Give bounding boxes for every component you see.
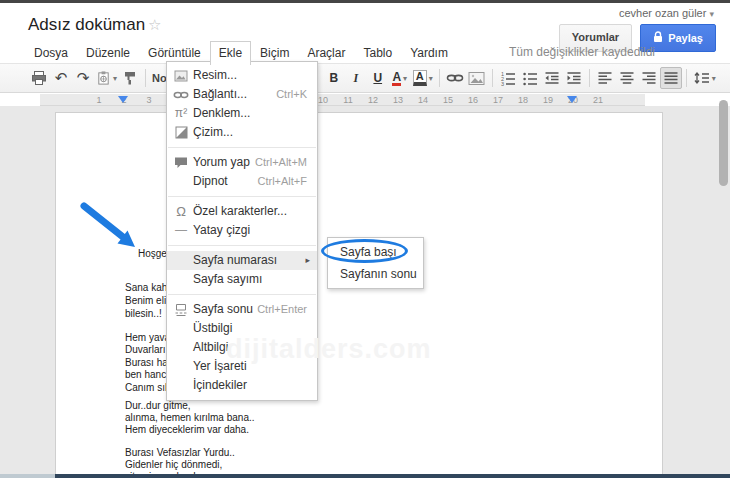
menu-düzenle[interactable]: Düzenle (77, 41, 139, 65)
toolbar-separator (145, 69, 146, 87)
link-icon (173, 85, 189, 104)
menu-item-label: Dipnot (193, 174, 228, 188)
menu-item-label: İçindekiler (193, 378, 247, 392)
menu-separator (168, 294, 316, 295)
submenu-item-sayfanın-sonu[interactable]: Sayfanın sonu (328, 263, 423, 285)
toolbar-separator (439, 69, 440, 87)
menu-bar: DosyaDüzenleGörüntüleEkleBiçimAraçlarTab… (25, 41, 655, 65)
insert-link-button[interactable] (444, 67, 466, 89)
document-page[interactable] (55, 112, 663, 474)
undo-button[interactable]: ↶ (50, 67, 72, 89)
menu-item-dipnot[interactable]: DipnotCtrl+Alt+F (167, 172, 317, 191)
numbered-list-button[interactable]: 123 (497, 67, 519, 89)
menu-item-özel-karakterler[interactable]: ΩÖzel karakterler... (167, 202, 317, 221)
toolbar-separator (589, 69, 590, 87)
menu-item-sayfa-sonu[interactable]: Sayfa sonuCtrl+Enter (167, 300, 317, 319)
horizontal-line-icon: — (173, 221, 189, 240)
menu-tablo[interactable]: Tablo (354, 41, 401, 65)
share-button-label: Paylaş (668, 32, 703, 44)
menu-item-label: Sayfa sayımı (193, 272, 262, 286)
menu-item-label: Özel karakterler... (193, 204, 287, 218)
image-icon (173, 66, 189, 85)
print-button[interactable] (28, 67, 50, 89)
ruler-mark: 12 (368, 95, 378, 105)
menu-item-çizim[interactable]: Çizim... (167, 123, 317, 142)
menu-separator (168, 245, 316, 246)
bulleted-list-button[interactable] (519, 67, 541, 89)
redo-button[interactable]: ↷ (72, 67, 94, 89)
menu-separator (168, 196, 316, 197)
ruler-mark: 13 (393, 95, 403, 105)
ruler-mark: 1 (96, 95, 101, 105)
menu-item-label: Üstbilgi (193, 321, 232, 335)
chevron-down-icon: ▾ (113, 74, 117, 83)
ruler-mark: 19 (543, 95, 553, 105)
menu-item-sayfa-sayımı[interactable]: Sayfa sayımı (167, 270, 317, 289)
ruler-mark: 14 (418, 95, 428, 105)
account-name: cevher ozan güler (619, 7, 706, 19)
chevron-down-icon: ▾ (403, 74, 407, 83)
annotation-ellipse (321, 239, 408, 263)
ruler-mark: 17 (493, 95, 503, 105)
ruler-mark: 15 (443, 95, 453, 105)
menu-separator (168, 147, 316, 148)
align-left-button[interactable] (594, 67, 616, 89)
toolbar: ↶↷▾NormBIUA▾A▾123▾ (0, 63, 730, 93)
menu-item-sayfa-numarası[interactable]: Sayfa numarası▸ (167, 251, 317, 270)
align-right-button[interactable] (638, 67, 660, 89)
menu-item-bağlantı[interactable]: Bağlantı...Ctrl+K (167, 85, 317, 104)
vertical-scrollbar[interactable] (719, 100, 728, 186)
window-top-edge (0, 0, 730, 3)
web-clipboard-button[interactable]: ▾ (94, 67, 119, 89)
menu-shortcut: Ctrl+Enter (257, 300, 307, 319)
underline-button[interactable]: U (367, 67, 389, 89)
align-center-button[interactable] (616, 67, 638, 89)
menu-item-label: Yorum yap (193, 155, 250, 169)
justify-button[interactable] (660, 67, 682, 89)
menu-item-yatay-çizgi[interactable]: —Yatay çizgi (167, 221, 317, 240)
increase-indent-button[interactable] (563, 67, 585, 89)
svg-text:3: 3 (501, 81, 504, 86)
menu-item-label: Denklem... (193, 106, 250, 120)
menu-item-i-çindekiler[interactable]: İçindekiler (167, 376, 317, 395)
drawing-icon (173, 123, 189, 142)
save-status: Tüm değişiklikler kaydedildi (509, 41, 655, 65)
document-title[interactable]: Adsız doküman (28, 15, 145, 35)
ruler-mark: 18 (518, 95, 528, 105)
star-icon[interactable]: ☆ (148, 16, 161, 34)
ruler[interactable]: 123101112131415161718192021 (0, 94, 730, 106)
menu-dosya[interactable]: Dosya (25, 41, 77, 65)
ruler-mark: 16 (468, 95, 478, 105)
decrease-indent-button[interactable] (541, 67, 563, 89)
bottom-edge-left (0, 474, 55, 478)
bottom-edge-bar (55, 474, 730, 478)
toolbar-separator (686, 69, 687, 87)
highlight-color-button[interactable]: A▾ (411, 67, 435, 89)
paint-format-button[interactable] (119, 67, 141, 89)
menu-item-yorum-yap[interactable]: Yorum yapCtrl+Alt+M (167, 153, 317, 172)
menu-item-denklem[interactable]: π²Denklem... (167, 104, 317, 123)
menu-item-label: Çizim... (193, 125, 233, 139)
menu-item-label: Resim... (193, 68, 237, 82)
ruler-mark: 11 (343, 95, 352, 105)
document-canvas[interactable] (0, 106, 730, 474)
header: Adsız doküman ☆ cevher ozan güler ▾ Yoru… (0, 3, 730, 63)
menu-yardım[interactable]: Yardım (401, 41, 457, 65)
toolbar-separator (492, 69, 493, 87)
chevron-down-icon: ▾ (712, 74, 716, 83)
italic-button[interactable]: I (345, 67, 367, 89)
insert-image-button[interactable] (466, 67, 488, 89)
menu-shortcut: Ctrl+Alt+M (255, 153, 307, 172)
account-menu[interactable]: cevher ozan güler ▾ (619, 7, 714, 19)
ruler-mark: 10 (318, 95, 328, 105)
bold-button[interactable]: B (323, 67, 345, 89)
chevron-down-icon: ▾ (709, 9, 714, 19)
text-color-button[interactable]: A▾ (389, 67, 411, 89)
chevron-down-icon: ▾ (429, 74, 433, 83)
line-spacing-button[interactable]: ▾ (691, 67, 718, 89)
indent-marker-right[interactable] (567, 96, 577, 103)
menu-item-label: Yatay çizgi (193, 223, 250, 237)
indent-marker-left[interactable] (118, 96, 128, 103)
menu-ekle[interactable]: Ekle (210, 41, 251, 65)
menu-item-resim[interactable]: Resim... (167, 66, 317, 85)
